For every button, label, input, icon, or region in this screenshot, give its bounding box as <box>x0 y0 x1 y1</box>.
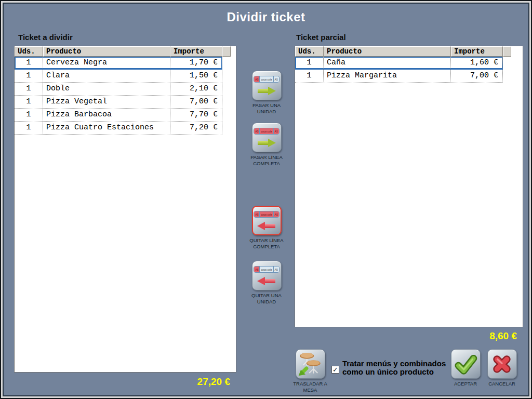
pass-one-unit-face[interactable]: A5coca colaA5 <box>252 71 282 100</box>
ticket-line-icon: A5coca colaA5 <box>254 211 279 218</box>
cell-uds: 1 <box>15 122 43 134</box>
table-header: Uds.ProductoImporte <box>15 46 236 57</box>
dialog-title: Dividir ticket <box>1 10 531 24</box>
partial-ticket-panel: Uds.ProductoImporte 1Caña1,60 €1Pizza Ma… <box>295 46 523 327</box>
strip-cell: A5 <box>274 76 279 82</box>
strip-cell: A5 <box>274 211 279 217</box>
cell-uds: 1 <box>15 83 43 95</box>
ticket-row[interactable]: 1Pizza Vegetal7,00 € <box>15 96 222 109</box>
ticket-row[interactable]: 1Pizza Margarita7,00 € <box>295 70 503 83</box>
cancel-x-icon <box>489 352 514 377</box>
cell-importe: 7,20 € <box>170 122 222 134</box>
table-body: 1Cerveza Negra1,70 €1Clara1,50 €1Doble2,… <box>15 57 236 135</box>
remove-full-line-face[interactable]: A5coca colaA5 <box>252 206 282 235</box>
partial-ticket-total: 8,60 € <box>295 330 523 342</box>
button-label: QUITAR LÍNEA COMPLETA <box>249 237 284 250</box>
column-header: Uds. <box>15 46 43 57</box>
ticket-row[interactable]: 1Caña1,60 € <box>295 57 503 70</box>
strip-cell: A5 <box>254 267 260 272</box>
button-label: ACEPTAR <box>447 381 484 387</box>
source-ticket-panel: Uds.ProductoImporte 1Cerveza Negra1,70 €… <box>14 46 236 373</box>
remove-one-unit-face[interactable]: A5coca colaA5 <box>252 261 282 290</box>
column-header: Uds. <box>295 46 324 57</box>
strip-cell: A5 <box>254 76 260 82</box>
table-header: Uds.ProductoImporte <box>295 46 523 57</box>
tables-icon <box>297 351 323 377</box>
strip-cell: coca cola <box>260 76 273 82</box>
cell-producto: Pizza Cuatro Estaciones <box>43 122 170 134</box>
cell-producto: Pizza Barbacoa <box>43 109 170 121</box>
cell-importe: 1,70 € <box>170 57 222 69</box>
strip-cell: coca cola <box>260 267 273 272</box>
cell-uds: 1 <box>15 96 43 108</box>
remove-full-line-button[interactable]: A5coca colaA5 QUITAR LÍNEA COMPLETA <box>249 206 284 250</box>
pass-full-line-button[interactable]: A5coca colaA5 PASAR LÍNEA COMPLETA <box>249 123 284 167</box>
cancel-button[interactable]: CANCELAR <box>484 349 520 387</box>
source-ticket-label: Ticket a dividir <box>18 33 73 42</box>
strip-cell: A5 <box>274 267 279 272</box>
cell-producto: Clara <box>43 70 170 82</box>
source-ticket-total: 27,20 € <box>14 376 236 388</box>
column-header: Producto <box>43 46 170 57</box>
cell-importe: 1,60 € <box>451 57 503 69</box>
cell-producto: Pizza Margarita <box>324 70 451 82</box>
check-mark-icon: ✓ <box>332 366 338 374</box>
header-filler <box>222 46 231 57</box>
button-label: TRASLADAR A MESA <box>292 381 328 394</box>
strip-cell: A5 <box>274 128 279 134</box>
cell-producto: Doble <box>43 83 170 95</box>
cell-producto: Caña <box>324 57 451 69</box>
ticket-row[interactable]: 1Pizza Cuatro Estaciones7,20 € <box>15 122 222 135</box>
menus-checkbox[interactable]: ✓ <box>331 366 339 374</box>
header-filler <box>503 46 511 57</box>
strip-cell: coca cola <box>260 128 273 134</box>
pass-one-unit-button[interactable]: A5coca colaA5 PASAR UNA UNIDAD <box>249 71 284 115</box>
cell-producto: Cerveza Negra <box>43 57 170 69</box>
column-header: Producto <box>324 46 451 57</box>
strip-cell: A5 <box>254 128 260 134</box>
cell-producto: Pizza Vegetal <box>43 96 170 108</box>
arrow-left-icon <box>257 222 276 230</box>
move-to-table-button[interactable]: TRASLADAR A MESA <box>292 349 328 394</box>
cell-uds: 1 <box>295 57 324 69</box>
table-body: 1Caña1,60 €1Pizza Margarita7,00 € <box>295 57 523 83</box>
ticket-row[interactable]: 1Doble2,10 € <box>15 83 222 96</box>
strip-cell: A5 <box>254 211 260 217</box>
button-label: QUITAR UNA UNIDAD <box>249 292 284 305</box>
cell-uds: 1 <box>15 70 43 82</box>
accept-button[interactable]: ACEPTAR <box>447 349 484 387</box>
accept-check-icon <box>453 352 478 377</box>
cell-uds: 1 <box>15 57 43 69</box>
ticket-row[interactable]: 1Cerveza Negra1,70 € <box>15 57 222 70</box>
ticket-row[interactable]: 1Pizza Barbacoa7,70 € <box>15 109 222 122</box>
pass-full-line-face[interactable]: A5coca colaA5 <box>252 123 282 152</box>
strip-cell: coca cola <box>260 211 273 217</box>
remove-one-unit-button[interactable]: A5coca colaA5 QUITAR UNA UNIDAD <box>249 261 284 305</box>
ticket-row[interactable]: 1Clara1,50 € <box>15 70 222 83</box>
partial-ticket-label: Ticket parcial <box>296 33 346 42</box>
ticket-line-icon: A5coca colaA5 <box>254 266 279 273</box>
move-to-table-face[interactable] <box>296 349 325 379</box>
split-ticket-dialog: Dividir ticket Ticket a dividir Ticket p… <box>0 0 532 399</box>
button-label: CANCELAR <box>484 381 520 387</box>
column-header: Importe <box>451 46 503 57</box>
arrow-right-icon <box>257 139 276 147</box>
button-label: PASAR LÍNEA COMPLETA <box>249 154 284 167</box>
cell-uds: 1 <box>15 109 43 121</box>
cell-importe: 1,50 € <box>170 70 222 82</box>
accept-face[interactable] <box>451 349 481 379</box>
menus-checkbox-label: Tratar menús y combinados como un único … <box>342 360 454 376</box>
ticket-line-icon: A5coca colaA5 <box>254 128 279 135</box>
cell-importe: 7,00 € <box>451 70 503 82</box>
arrow-left-icon <box>257 277 276 285</box>
cell-importe: 7,00 € <box>170 96 222 108</box>
cell-importe: 7,70 € <box>170 109 222 121</box>
button-label: PASAR UNA UNIDAD <box>249 102 284 115</box>
arrow-right-icon <box>257 87 276 95</box>
cancel-face[interactable] <box>487 349 517 379</box>
ticket-line-icon: A5coca colaA5 <box>254 76 279 83</box>
column-header: Importe <box>170 46 222 57</box>
cell-uds: 1 <box>295 70 324 82</box>
cell-importe: 2,10 € <box>170 83 222 95</box>
